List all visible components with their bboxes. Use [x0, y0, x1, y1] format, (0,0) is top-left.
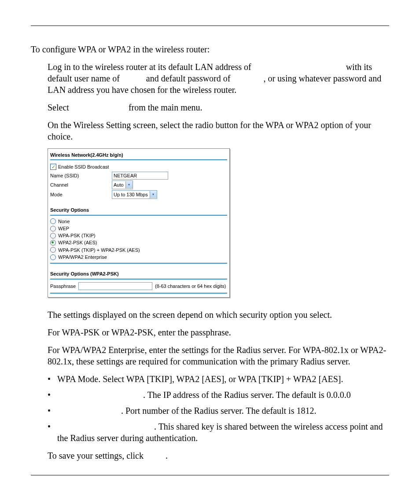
step1-part-a: Log in to the wireless router at its def…	[48, 62, 251, 72]
radio-wpa-both-label: WPA-PSK (TKIP) + WPA2-PSK (AES)	[58, 247, 140, 253]
step2-part-a: Select	[48, 103, 69, 112]
bullet-radius-port-text: . Port number of the Radius server. The …	[121, 406, 316, 416]
radio-none-label: None	[58, 218, 70, 224]
chevron-down-icon: ▾	[150, 191, 157, 198]
chevron-down-icon: ▾	[125, 181, 133, 188]
security-options-wpa2-heading: Security Options (WPA2-PSK)	[50, 271, 227, 277]
bullet-wpa-mode-text: WPA Mode. Select WPA [TKIP], WPA2 [AES],…	[57, 374, 343, 384]
bullet-radius-ip: . The IP address of the Radius server. T…	[31, 389, 389, 401]
channel-select[interactable]: Auto ▾	[112, 180, 133, 189]
enable-ssid-label: Enable SSID Broadcast	[58, 164, 109, 170]
radio-wpa-tkip[interactable]	[50, 233, 56, 239]
radio-wep-label: WEP	[58, 225, 69, 232]
enterprise-bullets: WPA Mode. Select WPA [TKIP], WPA2 [AES],…	[31, 373, 389, 444]
passphrase-input[interactable]	[78, 282, 152, 290]
top-rule	[31, 26, 389, 26]
step-1: Log in to the wireless router at its def…	[48, 61, 389, 96]
radio-none[interactable]	[50, 218, 56, 224]
note-3: For WPA/WPA2 Enterprise, enter the setti…	[48, 344, 389, 367]
rule-2	[50, 215, 227, 216]
rule-4	[50, 279, 227, 280]
passphrase-hint: (8-63 characters or 64 hex digits)	[155, 283, 226, 289]
save-step: To save your settings, click .	[48, 450, 389, 461]
note-1: The settings displayed on the screen dep…	[48, 309, 389, 320]
enable-ssid-row: ✓ Enable SSID Broadcast	[50, 163, 227, 171]
step2-part-b: from the main menu.	[129, 103, 203, 112]
rule-3	[50, 263, 227, 264]
bottom-rule	[31, 475, 389, 475]
channel-label: Channel	[50, 182, 112, 188]
bullet-radius-ip-text: . The IP address of the Radius server. T…	[143, 390, 351, 400]
bullet-radius-port: . Port number of the Radius server. The …	[31, 405, 389, 416]
bullet-shared-key-text: . This shared key is shared between the …	[57, 422, 383, 443]
save-step-a: To save your settings, click	[48, 451, 144, 460]
ssid-label: Name (SSID)	[50, 173, 112, 179]
step-2: Select from the main menu.	[48, 102, 389, 113]
rule-5	[50, 293, 227, 294]
radio-wep[interactable]	[50, 226, 56, 232]
wireless-network-heading: Wireless Network(2.4GHz b/g/n)	[50, 152, 227, 158]
passphrase-label: Passphrase	[50, 283, 78, 289]
step-3: On the Wireless Setting screen, select t…	[48, 119, 389, 142]
wireless-settings-panel: Wireless Network(2.4GHz b/g/n) ✓ Enable …	[48, 148, 230, 298]
security-options-heading: Security Options	[50, 207, 227, 213]
bullet-wpa-mode: WPA Mode. Select WPA [TKIP], WPA2 [AES],…	[31, 373, 389, 385]
mode-label: Mode	[50, 191, 112, 198]
radio-enterprise-label: WPA/WPA2 Enterprise	[58, 254, 107, 260]
bullet-shared-key: . This shared key is shared between the …	[31, 421, 389, 444]
mode-select[interactable]: Up to 130 Mbps ▾	[112, 190, 157, 199]
radio-wpa-tkip-label: WPA-PSK (TKIP)	[58, 232, 96, 239]
radio-wpa2-aes-label: WPA2-PSK (AES)	[58, 239, 97, 246]
channel-select-value: Auto	[114, 182, 124, 188]
radio-enterprise[interactable]	[50, 254, 56, 260]
radio-wpa2-aes[interactable]	[50, 240, 56, 246]
note-2: For WPA-PSK or WPA2-PSK, enter the passp…	[48, 327, 389, 338]
save-step-b: .	[166, 451, 168, 460]
step1-part-c: and default password of	[146, 74, 231, 83]
enable-ssid-checkbox[interactable]: ✓	[50, 164, 56, 170]
ssid-input[interactable]: NETGEAR	[112, 172, 168, 180]
rule-1	[50, 159, 227, 160]
mode-select-value: Up to 130 Mbps	[114, 191, 148, 198]
intro-paragraph: To configure WPA or WPA2 in the wireless…	[31, 44, 389, 55]
radio-wpa-both[interactable]	[50, 247, 56, 253]
